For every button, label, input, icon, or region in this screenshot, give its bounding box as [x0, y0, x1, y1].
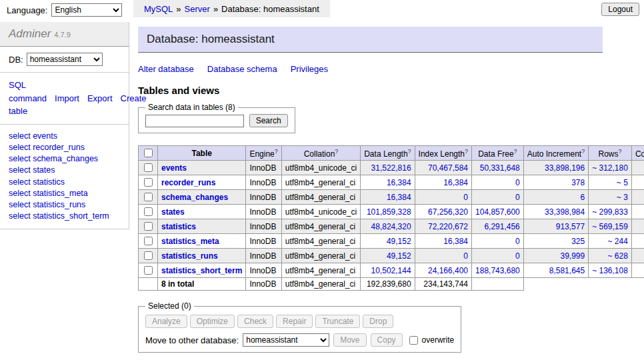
- index-length-link[interactable]: 16,384: [443, 237, 468, 246]
- data-free-link[interactable]: 0: [515, 237, 520, 246]
- index-length-link[interactable]: 16,384: [443, 178, 468, 187]
- language-select[interactable]: English: [51, 3, 122, 17]
- sidebar-table-link-select-events[interactable]: select events: [9, 131, 120, 142]
- help-link[interactable]: ?: [275, 148, 278, 155]
- index-length-link[interactable]: 0: [463, 193, 468, 202]
- search-button[interactable]: Search: [249, 114, 288, 127]
- help-link[interactable]: ?: [335, 148, 338, 155]
- help-link[interactable]: ?: [408, 148, 411, 155]
- row-checkbox[interactable]: [144, 251, 153, 260]
- rows-link[interactable]: ~ 569,159: [592, 222, 628, 231]
- db-nav-link-database-schema[interactable]: Database schema: [207, 64, 277, 74]
- data-length-link[interactable]: 49,152: [387, 251, 411, 261]
- db-nav-links: Alter databaseDatabase schemaPrivileges: [138, 64, 603, 74]
- index-length-link[interactable]: 0: [463, 251, 468, 261]
- rows-link[interactable]: ~ 312,180: [592, 163, 628, 173]
- data-length-cell: 16,384: [361, 190, 415, 205]
- table-name-link[interactable]: statistics_short_term: [161, 266, 242, 275]
- sidebar-table-link-select-recorder-runs[interactable]: select recorder_runs: [9, 142, 120, 153]
- help-link[interactable]: ?: [581, 148, 585, 155]
- data-length-link[interactable]: 31,522,816: [371, 163, 411, 173]
- db-select[interactable]: homeassistant: [27, 53, 103, 66]
- rows-link[interactable]: ~ 3: [617, 193, 628, 202]
- breadcrumb-link-mysql[interactable]: MySQL: [144, 4, 173, 14]
- copy-button[interactable]: Copy: [371, 333, 403, 347]
- auto-increment-link[interactable]: 913,577: [556, 222, 585, 231]
- move-button[interactable]: Move: [333, 333, 366, 347]
- table-name-link[interactable]: statistics: [161, 222, 196, 231]
- sidebar-link-sql-command[interactable]: SQL command: [9, 80, 47, 103]
- table-name-link[interactable]: statistics_runs: [161, 251, 218, 261]
- data-length-link[interactable]: 16,384: [387, 178, 411, 187]
- move-db-select[interactable]: homeassistant: [243, 333, 329, 347]
- row-checkbox[interactable]: [144, 266, 153, 275]
- search-fieldset: Search data in tables (8) Search: [138, 103, 295, 133]
- breadcrumb-link-server[interactable]: Server: [185, 4, 210, 14]
- truncate-button[interactable]: Truncate: [315, 315, 360, 328]
- index-length-link[interactable]: 70,467,584: [428, 163, 468, 173]
- table-name-link[interactable]: recorder_runs: [161, 178, 215, 187]
- auto-increment-link[interactable]: 39,999: [560, 251, 585, 261]
- row-checkbox[interactable]: [144, 178, 153, 187]
- select-all-cell: [139, 146, 158, 161]
- data-free-link[interactable]: 6,291,456: [484, 222, 519, 231]
- drop-button[interactable]: Drop: [363, 315, 393, 328]
- select-all-checkbox[interactable]: [144, 149, 153, 157]
- data-free-link[interactable]: 50,331,648: [480, 163, 520, 173]
- data-free-link[interactable]: 0: [515, 193, 520, 202]
- data-length-link[interactable]: 49,152: [387, 237, 411, 246]
- help-link[interactable]: ?: [465, 148, 468, 155]
- check-button[interactable]: Check: [237, 315, 273, 328]
- data-free-link[interactable]: 188,743,680: [475, 266, 520, 275]
- sidebar-table-link-select-statistics-short-term[interactable]: select statistics_short_term: [9, 211, 120, 222]
- sidebar-link-export[interactable]: Export: [87, 93, 113, 103]
- sidebar-table-link-select-statistics[interactable]: select statistics: [9, 177, 120, 188]
- data-length-link[interactable]: 48,824,320: [371, 222, 411, 231]
- auto-increment-link[interactable]: 6: [580, 193, 585, 202]
- repair-button[interactable]: Repair: [276, 315, 313, 328]
- rows-link[interactable]: ~ 299,833: [592, 207, 628, 217]
- row-checkbox[interactable]: [144, 207, 153, 216]
- row-checkbox-cell: [139, 161, 158, 175]
- sidebar-table-link-select-statistics-runs[interactable]: select statistics_runs: [9, 199, 120, 211]
- data-length-link[interactable]: 101,859,328: [367, 207, 411, 217]
- auto-increment-link[interactable]: 33,898,196: [545, 163, 585, 173]
- table-name-link[interactable]: states: [161, 207, 185, 217]
- row-checkbox[interactable]: [144, 163, 153, 172]
- data-free-link[interactable]: 0: [515, 178, 520, 187]
- auto-increment-link[interactable]: 325: [571, 237, 585, 246]
- table-name-link[interactable]: events: [161, 163, 187, 173]
- rows-link[interactable]: ~ 136,108: [592, 266, 628, 275]
- index-length-link[interactable]: 24,166,400: [428, 266, 468, 275]
- auto-increment-link[interactable]: 378: [571, 178, 585, 187]
- rows-link[interactable]: ~ 5: [617, 178, 628, 187]
- db-nav-link-alter-database[interactable]: Alter database: [138, 64, 194, 74]
- data-free-link[interactable]: 0: [515, 251, 520, 261]
- help-link[interactable]: ?: [619, 148, 622, 155]
- row-checkbox[interactable]: [144, 237, 153, 245]
- data-length-link[interactable]: 10,502,144: [371, 266, 411, 275]
- sidebar-table-link-select-states[interactable]: select states: [9, 165, 120, 176]
- overwrite-checkbox[interactable]: [409, 336, 418, 345]
- rows-link[interactable]: ~ 628: [608, 251, 628, 261]
- sidebar-link-import[interactable]: Import: [55, 93, 79, 103]
- data-length-link[interactable]: 16,384: [387, 193, 411, 202]
- row-checkbox[interactable]: [144, 193, 153, 201]
- table-name-link[interactable]: statistics_meta: [161, 237, 219, 246]
- sidebar-table-link-select-schema-changes[interactable]: select schema_changes: [9, 153, 120, 165]
- row-checkbox[interactable]: [144, 222, 153, 231]
- rows-link[interactable]: ~ 244: [608, 237, 628, 246]
- analyze-button[interactable]: Analyze: [145, 315, 187, 328]
- auto-increment-link[interactable]: 8,581,645: [549, 266, 585, 275]
- table-name-link[interactable]: schema_changes: [161, 193, 228, 202]
- index-length-link[interactable]: 72,220,672: [428, 222, 468, 231]
- data-free-link[interactable]: 104,857,600: [475, 207, 520, 217]
- optimize-button[interactable]: Optimize: [190, 315, 235, 328]
- sidebar-table-link-select-statistics-meta[interactable]: select statistics_meta: [9, 188, 120, 199]
- search-input[interactable]: [145, 115, 244, 127]
- logout-button[interactable]: Logout: [601, 3, 639, 16]
- db-nav-link-privileges[interactable]: Privileges: [291, 64, 328, 74]
- auto-increment-link[interactable]: 33,398,984: [545, 207, 585, 217]
- index-length-link[interactable]: 67,256,320: [428, 207, 468, 217]
- help-link[interactable]: ?: [514, 148, 517, 155]
